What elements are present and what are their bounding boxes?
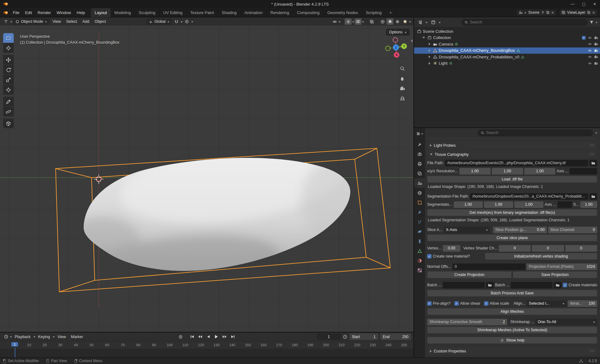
tab-texture[interactable] [414,265,425,275]
timeline-menu-marker[interactable]: Marker [69,334,85,340]
xray-toggle-icon[interactable] [368,18,375,25]
axis-field[interactable] [570,168,597,175]
collection-checkbox[interactable] [582,36,586,40]
segmentation-path-field[interactable]: /home/bruno/Dropbox/Events/20...a_CAAX-m… [470,193,588,200]
tab-view-layer[interactable] [414,169,425,178]
outliner-search[interactable] [462,19,588,26]
menu-help[interactable]: Help [74,9,88,16]
transform-orientation-dropdown[interactable]: Global [147,18,172,25]
scene-selector[interactable]: Scene [516,9,556,16]
tab-scene[interactable] [414,178,425,188]
auto-keying-icon[interactable] [177,334,184,340]
menu-window[interactable]: Window [54,9,74,16]
end-frame-field[interactable]: End250 [380,333,411,340]
shrinkwrap-meshes-button[interactable]: Shrinkwrap Meshes (Active To Selected) [427,327,597,333]
tab-tool[interactable] [414,140,425,149]
viewport-menu-view[interactable]: View [50,19,63,24]
workspace-tab-scripting[interactable]: Scripting [362,8,386,17]
projection-format-field[interactable]: Projection Format (Pixels)1024 [527,263,597,270]
shrinkwrap-dropdown[interactable]: One-To-All [535,319,597,325]
menu-render[interactable]: Render [35,9,54,16]
viewport-menu-add[interactable]: Add [80,19,92,24]
tab-physics[interactable] [414,227,425,236]
resolution-z-field[interactable]: 1.00 [524,168,556,175]
workspace-tab-uv-editing[interactable]: UV Editing [159,8,186,17]
blender-menu-icon[interactable] [3,11,8,15]
shading-solid-icon[interactable] [387,18,393,25]
shading-material-icon[interactable] [394,18,401,25]
batch1-field[interactable] [443,282,485,288]
normal-offset-field[interactable]: 0 [452,263,525,270]
tool-add-cube[interactable] [3,119,14,128]
hide-eye-icon[interactable] [588,49,592,52]
pan-hand-icon[interactable] [398,74,407,83]
tab-render[interactable] [414,149,425,159]
outliner-row-scene-collection[interactable]: Scene Collection [414,28,600,35]
tab-object[interactable] [414,198,425,207]
timeline-menu-keying[interactable]: Keying [36,334,52,340]
vertex-shader-r-field[interactable]: 0 [499,245,531,252]
batch-process-button[interactable]: Batch Process And Save [427,290,597,297]
workspace-tab-modeling[interactable]: Modeling [111,8,135,17]
current-frame-badge[interactable]: 1 [11,342,18,347]
show-object-types-eye-icon[interactable] [331,18,338,25]
resources-icon[interactable] [579,359,583,363]
init-vertex-shading-button[interactable]: Initialize/refresh vertex shading [485,253,597,260]
workspace-tab-animation[interactable]: Animation [241,8,267,17]
resolution-y-field[interactable]: 1.00 [492,168,523,175]
section-custom-properties[interactable]: Custom Properties [427,347,597,355]
viewlayer-selector[interactable]: ViewLayer [559,9,598,16]
editor-type-outliner-icon[interactable] [417,19,423,25]
viewport-menu-object[interactable]: Object [92,19,108,24]
save-projection-button[interactable]: Save Projection [513,271,597,278]
tab-material[interactable] [414,256,425,265]
workspace-tab-sculpting[interactable]: Sculpting [135,8,159,17]
open-folder-icon[interactable] [554,282,562,288]
seg-s-field[interactable]: 1.00 [580,201,597,208]
menu-edit[interactable]: Edit [22,9,35,16]
pre-align-checkbox[interactable] [427,301,432,306]
gizmos-toggle-icon[interactable] [345,18,352,25]
workspace-tab-geometry-nodes[interactable]: Geometry Nodes [323,8,362,17]
tab-object-data[interactable] [414,246,425,256]
tab-modifiers[interactable] [414,207,425,217]
filter-icon[interactable] [590,21,593,24]
section-tissue-cartography[interactable]: Tissue Cartography [427,150,597,158]
hide-eye-icon[interactable] [588,42,592,46]
tab-constraints[interactable] [414,236,425,246]
play-reverse-icon[interactable] [205,334,212,340]
zoom-icon[interactable] [398,64,407,73]
sidebar-collapse-icon[interactable] [411,39,412,42]
load-tiff-button[interactable]: Load .tiff file [427,176,597,183]
tab-world[interactable] [414,188,425,198]
allow-scale-checkbox[interactable] [484,301,488,306]
outliner-row-light[interactable]: Light [414,60,600,67]
tool-move[interactable] [3,55,14,65]
snap-magnet-icon[interactable] [173,18,180,25]
seg-axis-field[interactable] [558,201,572,208]
iterations-field[interactable]: Iterat...100 [568,300,597,307]
disable-render-icon[interactable] [594,62,598,65]
maximize-button[interactable]: ▢ [582,2,586,6]
properties-options-icon[interactable] [595,132,597,135]
add-workspace-button[interactable]: + [386,8,396,17]
hide-eye-icon[interactable] [588,62,592,65]
section-rigid-body-world[interactable]: Rigid Body World [427,137,597,140]
seg-resolution-y-field[interactable]: 1.00 [484,201,513,208]
outliner-display-mode-icon[interactable] [430,19,437,25]
outliner-row-camera[interactable]: Camera [414,41,600,47]
properties-search[interactable] [478,130,593,136]
mode-dropdown[interactable]: Object Mode [13,18,49,25]
minimize-button[interactable]: — [571,2,575,6]
section-light-probes[interactable]: Light Probes [427,141,597,149]
resolution-x-field[interactable]: 1.00 [459,168,491,175]
play-icon[interactable] [213,334,220,340]
timeline-ruler[interactable]: 1020304050607080901001101201301401501601… [0,341,413,349]
shrinkwrap-smooth-field[interactable]: Shrinkwrap Corrective Smooth2 [427,319,507,325]
jump-to-start-icon[interactable] [188,334,196,340]
viewport-menu-select[interactable]: Select [64,19,79,24]
slice-channel-field[interactable]: Slice Channel0 [548,227,597,233]
workspace-tab-shading[interactable]: Shading [218,8,241,17]
get-mesh-button[interactable]: Get mesh(es) from binary segmentation .t… [427,209,597,216]
shading-rendered-icon[interactable] [402,18,408,25]
